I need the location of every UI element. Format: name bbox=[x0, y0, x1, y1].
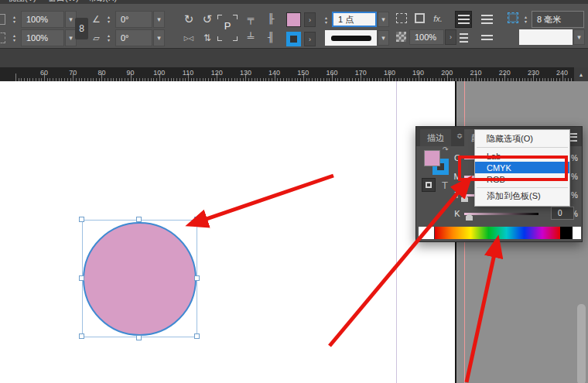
ruler-minor-tick bbox=[496, 78, 497, 81]
ruler-minor-tick bbox=[214, 78, 215, 81]
handle-bottom-center[interactable] bbox=[136, 335, 142, 340]
ruler-minor-tick bbox=[551, 78, 552, 81]
panel-flyout-menu: 隐藏选项(O) LabCMYKRGB 添加到色板(S) bbox=[474, 129, 570, 207]
effects-button[interactable]: fx. bbox=[429, 12, 446, 26]
black-swatch[interactable] bbox=[560, 227, 573, 239]
horizontal-ruler[interactable]: 6070809010011012013014015016017018019020… bbox=[0, 67, 588, 81]
ruler-minor-tick bbox=[64, 78, 65, 81]
distribute-bottom-icon[interactable]: ╧ bbox=[244, 29, 258, 45]
corner-size-field[interactable]: 8 毫米 bbox=[532, 11, 584, 28]
ruler-minor-tick bbox=[240, 78, 241, 81]
text-wrap-bounding-button[interactable] bbox=[478, 11, 495, 28]
corner-size-stepper[interactable]: ▴▾ bbox=[521, 11, 531, 28]
white-swatch[interactable] bbox=[419, 227, 435, 239]
spectrum-ramp[interactable] bbox=[435, 227, 560, 239]
ruler-minor-tick bbox=[277, 78, 278, 81]
rotation-stepper[interactable]: ▴▾ bbox=[104, 11, 114, 28]
fill-color-swatch[interactable] bbox=[286, 12, 301, 27]
stroke-weight-field[interactable]: 1 点 bbox=[332, 12, 377, 27]
corner-options-icon[interactable] bbox=[396, 13, 407, 23]
fill-color-expand-button[interactable]: › bbox=[304, 12, 316, 27]
k-value-field[interactable]: 0 bbox=[551, 207, 574, 220]
corner-style-dropdown[interactable] bbox=[519, 29, 573, 45]
scale-x-stepper[interactable]: ▴▾ bbox=[9, 11, 19, 28]
ruler-minor-tick bbox=[364, 78, 364, 81]
handle-bottom-left[interactable] bbox=[79, 333, 84, 339]
scale-y-field[interactable]: 100% bbox=[21, 29, 64, 46]
ruler-minor-tick bbox=[265, 78, 266, 81]
ruler-minor-tick bbox=[197, 78, 197, 81]
frame-options-icon[interactable] bbox=[415, 13, 425, 23]
ruler-minor-tick bbox=[280, 78, 281, 81]
rotation-field[interactable]: 0° bbox=[115, 11, 152, 28]
text-wrap-none-button[interactable] bbox=[455, 11, 472, 28]
rotation-dropdown[interactable]: ▾ bbox=[153, 11, 165, 28]
ruler-minor-tick bbox=[491, 78, 491, 81]
scroll-up-button[interactable]: ▴ bbox=[574, 67, 588, 81]
handle-top-right[interactable] bbox=[194, 217, 200, 222]
menu-item-lab[interactable]: Lab bbox=[475, 150, 569, 162]
reference-point-selector[interactable]: P bbox=[217, 15, 238, 41]
page[interactable] bbox=[0, 81, 455, 383]
scale-y-stepper[interactable]: ▴▾ bbox=[9, 29, 19, 46]
corner-shape-icon[interactable] bbox=[508, 12, 518, 23]
panel-collapse-icon[interactable]: ≎ bbox=[456, 132, 463, 140]
vertical-scrollbar-thumb[interactable] bbox=[577, 304, 586, 383]
handle-bottom-right[interactable] bbox=[194, 333, 200, 339]
handle-top-left[interactable] bbox=[79, 217, 84, 222]
rotate-cw-button[interactable]: ↻ bbox=[181, 11, 197, 28]
ruler-minor-tick bbox=[340, 78, 341, 81]
corner-style-caret[interactable]: ▾ bbox=[573, 29, 585, 45]
flip-vertical-button[interactable]: ⇅ bbox=[200, 29, 215, 46]
shear-dropdown[interactable]: ▾ bbox=[153, 29, 165, 46]
ruler-minor-tick bbox=[91, 78, 91, 81]
shear-stepper[interactable]: ▴▾ bbox=[104, 29, 114, 46]
ruler-minor-tick bbox=[272, 78, 272, 81]
white-corner-swatch[interactable] bbox=[573, 227, 581, 239]
distribute-right-icon[interactable]: ╢ bbox=[264, 29, 278, 45]
stroke-weight-dropdown[interactable]: ▾ bbox=[378, 12, 389, 27]
ruler-minor-tick bbox=[306, 78, 307, 81]
handle-middle-right[interactable] bbox=[194, 275, 200, 281]
flip-horizontal-button[interactable]: ▷◁ bbox=[181, 29, 197, 46]
stroke-weight-stepper[interactable]: ▴▾ bbox=[321, 12, 331, 29]
ruler-minor-tick bbox=[300, 78, 301, 81]
ruler-minor-tick bbox=[171, 78, 172, 81]
opacity-field[interactable]: 100% bbox=[409, 29, 444, 45]
ruler-minor-tick bbox=[67, 78, 68, 81]
ruler-minor-tick bbox=[528, 78, 528, 81]
fill-proxy-swatch[interactable] bbox=[424, 150, 440, 166]
handle-middle-left[interactable] bbox=[79, 275, 84, 281]
ruler-minor-tick bbox=[70, 78, 71, 81]
ruler-minor-tick bbox=[151, 78, 152, 81]
scale-x-field[interactable]: 100% bbox=[21, 11, 64, 28]
color-ramp[interactable] bbox=[419, 227, 581, 239]
ruler-minor-tick bbox=[513, 78, 514, 81]
tab-stroke[interactable]: 描边 bbox=[420, 129, 451, 146]
ruler-minor-tick bbox=[191, 78, 192, 81]
color-mode-list: LabCMYKRGB bbox=[475, 150, 569, 185]
shear-field[interactable]: 0° bbox=[115, 29, 152, 46]
distribute-top-icon[interactable]: ╤ bbox=[244, 11, 258, 26]
ruler-minor-tick bbox=[484, 78, 485, 81]
stroke-style-caret[interactable]: ▾ bbox=[378, 30, 389, 46]
wrap-lines-icon bbox=[481, 35, 493, 41]
constrain-proportions-link-icon[interactable]: 8 bbox=[75, 18, 88, 39]
distribute-left-icon[interactable]: ╟ bbox=[264, 11, 278, 26]
menu-item-cmyk[interactable]: CMYK bbox=[475, 162, 569, 173]
text-wrap-object-button[interactable] bbox=[455, 29, 472, 46]
channel-slider[interactable] bbox=[464, 213, 538, 215]
handle-top-center[interactable] bbox=[136, 217, 142, 222]
stroke-color-swatch[interactable] bbox=[286, 32, 301, 46]
menu-item-add-to-swatches[interactable]: 添加到色板(S) bbox=[475, 190, 569, 202]
menu-item-hide-options[interactable]: 隐藏选项(O) bbox=[475, 133, 569, 145]
rotate-ccw-button[interactable]: ↺ bbox=[200, 11, 215, 28]
ruler-minor-tick bbox=[297, 78, 298, 81]
ruler-minor-tick bbox=[220, 78, 220, 81]
stroke-color-expand-button[interactable]: › bbox=[304, 32, 316, 46]
ruler-label: 80 bbox=[97, 69, 105, 77]
text-wrap-jump-button[interactable] bbox=[478, 29, 495, 46]
menu-item-rgb[interactable]: RGB bbox=[475, 173, 569, 185]
ellipse-object[interactable] bbox=[83, 222, 197, 336]
stroke-style-dropdown[interactable] bbox=[325, 30, 377, 46]
